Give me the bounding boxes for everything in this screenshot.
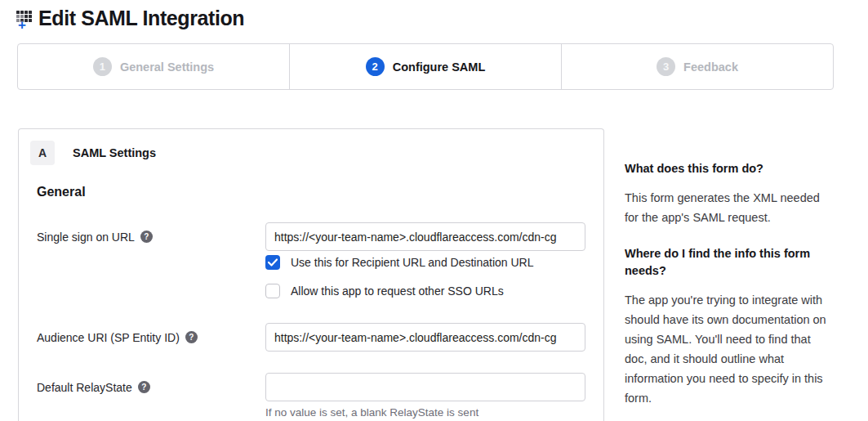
edit-saml-integration-page: + Edit SAML Integration 1 General Settin… — [0, 0, 868, 421]
audience-uri-label: Audience URI (SP Entity ID) — [37, 331, 180, 344]
step-configure-saml[interactable]: 2 Configure SAML — [289, 44, 561, 89]
help-section-where: Where do I find the info this form needs… — [625, 245, 830, 408]
section-title: SAML Settings — [73, 146, 156, 159]
audience-uri-label-row: Audience URI (SP Entity ID) ? — [37, 323, 198, 352]
section-badge-a: A — [30, 141, 55, 165]
step-number-badge: 2 — [366, 57, 385, 76]
help-icon[interactable]: ? — [140, 231, 153, 243]
step-number-badge: 3 — [657, 57, 675, 76]
help-heading: What does this form do? — [625, 160, 830, 177]
relay-state-input[interactable] — [265, 373, 585, 401]
help-heading: Where do I find the info this form needs… — [625, 245, 830, 280]
help-section-what: What does this form do? This form genera… — [625, 160, 830, 227]
help-sidebar: What does this form do? This form genera… — [625, 160, 830, 421]
audience-uri-input[interactable] — [265, 323, 585, 352]
relay-state-helper-text: If no value is set, a blank RelayState i… — [265, 406, 479, 419]
sso-url-input[interactable] — [265, 222, 585, 251]
checkbox-label: Allow this app to request other SSO URLs — [291, 284, 504, 298]
step-number-badge: 1 — [93, 57, 112, 76]
page-title: Edit SAML Integration — [38, 7, 244, 30]
general-group-heading: General — [37, 185, 86, 199]
checkbox-checked[interactable] — [265, 255, 280, 270]
help-body: This form generates the XML needed for t… — [625, 188, 830, 227]
relay-state-label: Default RelayState — [37, 381, 132, 394]
checkmark-icon — [268, 258, 278, 266]
other-sso-urls-checkbox-row[interactable]: Allow this app to request other SSO URLs — [265, 284, 504, 298]
recipient-url-checkbox-row[interactable]: Use this for Recipient URL and Destinati… — [265, 255, 534, 270]
plus-icon: + — [18, 18, 26, 32]
checkbox-unchecked[interactable] — [265, 284, 280, 298]
sso-url-label-row: Single sign on URL ? — [37, 222, 153, 251]
relay-state-label-row: Default RelayState ? — [37, 373, 150, 401]
sso-url-label: Single sign on URL — [37, 231, 135, 244]
saml-settings-panel: A SAML Settings General Single sign on U… — [18, 128, 604, 421]
step-feedback[interactable]: 3 Feedback — [561, 44, 833, 89]
help-body: The app you're trying to integrate with … — [625, 290, 830, 408]
panel-header: A SAML Settings — [30, 141, 156, 165]
add-app-grid-icon: + — [16, 8, 36, 29]
wizard-stepper: 1 General Settings 2 Configure SAML 3 Fe… — [17, 43, 834, 90]
page-header: + Edit SAML Integration — [16, 7, 244, 30]
help-icon[interactable]: ? — [138, 381, 150, 393]
step-label: General Settings — [120, 60, 214, 74]
step-label: Feedback — [683, 60, 738, 74]
help-icon[interactable]: ? — [185, 331, 198, 343]
step-general-settings[interactable]: 1 General Settings — [18, 44, 289, 89]
checkbox-label: Use this for Recipient URL and Destinati… — [291, 256, 534, 269]
step-label: Configure SAML — [393, 60, 486, 74]
